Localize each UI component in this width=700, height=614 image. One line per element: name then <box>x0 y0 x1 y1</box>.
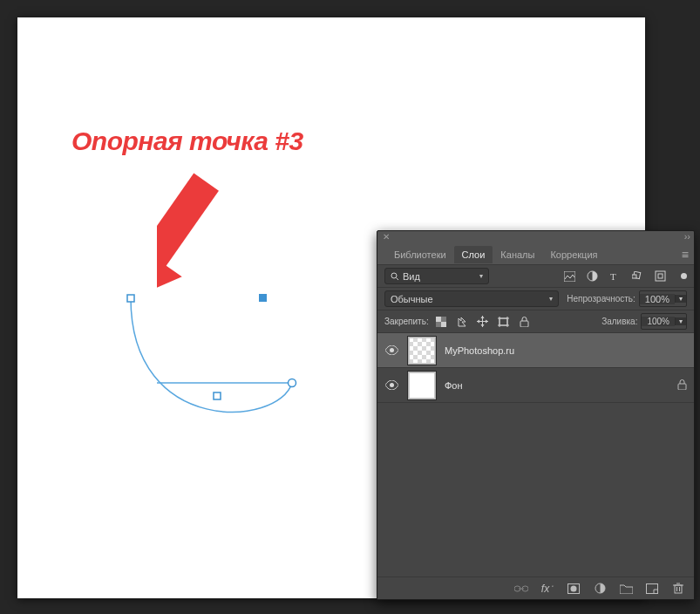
svg-line-4 <box>397 277 399 280</box>
direction-handle[interactable] <box>289 379 296 387</box>
lock-image-icon[interactable] <box>455 315 469 329</box>
filter-kind-select[interactable]: Вид ▾ <box>384 268 489 284</box>
opacity-label: Непрозрачность: <box>567 294 635 304</box>
filter-adjustment-icon[interactable] <box>585 269 599 283</box>
panel-tabs: Библиотеки Слои Каналы Коррекция ≡ <box>377 244 694 265</box>
layer-name[interactable]: Фон <box>445 380 463 391</box>
panel-topbar: ✕ ›› <box>377 231 694 244</box>
layer-row[interactable]: Фон <box>377 368 694 403</box>
svg-rect-30 <box>678 384 686 390</box>
visibility-toggle[interactable] <box>384 345 399 355</box>
svg-rect-12 <box>436 317 441 322</box>
lock-artboard-icon[interactable] <box>497 315 511 329</box>
svg-marker-20 <box>477 320 479 324</box>
layer-list: MyPhotoshop.ru Фон <box>377 333 694 576</box>
svg-rect-14 <box>441 317 446 322</box>
svg-point-28 <box>390 348 394 352</box>
chevron-down-icon: ▾ <box>675 317 686 325</box>
svg-point-35 <box>571 585 577 591</box>
lock-all-icon[interactable] <box>518 315 532 329</box>
tab-channels[interactable]: Каналы <box>493 246 542 263</box>
blend-mode-select[interactable]: Обычные ▾ <box>384 290 559 307</box>
tab-layers[interactable]: Слои <box>454 246 493 263</box>
panel-footer: fx˅ <box>377 576 694 599</box>
layer-fx-icon[interactable]: fx˅ <box>540 582 554 596</box>
layer-name[interactable]: MyPhotoshop.ru <box>445 345 514 356</box>
arrow-icon <box>157 157 314 331</box>
svg-rect-0 <box>157 174 219 269</box>
link-layers-icon[interactable] <box>514 582 528 596</box>
svg-rect-22 <box>500 318 507 325</box>
svg-rect-27 <box>520 321 528 327</box>
svg-point-29 <box>390 383 394 387</box>
svg-text:T: T <box>610 271 616 282</box>
lock-icon <box>677 379 687 392</box>
svg-marker-1 <box>157 236 182 323</box>
layer-thumbnail[interactable] <box>408 337 436 365</box>
svg-rect-38 <box>675 585 682 593</box>
panel-menu-icon[interactable]: ≡ <box>682 248 689 262</box>
anchor-point-1[interactable] <box>127 295 134 302</box>
filter-shape-icon[interactable] <box>630 269 644 283</box>
lock-position-icon[interactable] <box>476 315 490 329</box>
chevron-down-icon: ▾ <box>549 295 553 303</box>
anchor-point-2[interactable] <box>214 392 221 399</box>
svg-rect-9 <box>632 275 636 278</box>
svg-marker-21 <box>486 320 488 324</box>
opacity-value: 100% <box>640 294 675 304</box>
layer-thumbnail[interactable] <box>408 372 436 399</box>
tab-libraries[interactable]: Библиотеки <box>386 246 454 263</box>
anchor-point-3-selected[interactable] <box>259 294 267 302</box>
tab-adjustments[interactable]: Коррекция <box>542 246 605 263</box>
lock-transparency-icon[interactable] <box>434 315 448 329</box>
filter-type-icon[interactable]: T <box>608 269 622 283</box>
filter-smart-icon[interactable] <box>653 269 667 283</box>
blend-row: Обычные ▾ Непрозрачность: 100% ▾ <box>377 288 694 310</box>
svg-marker-19 <box>481 324 485 327</box>
svg-marker-18 <box>481 316 485 318</box>
delete-layer-icon[interactable] <box>671 582 685 596</box>
blend-mode-label: Обычные <box>391 294 433 304</box>
lock-row: Закрепить: Заливка: 100% ▾ <box>377 310 694 333</box>
svg-rect-11 <box>658 274 663 278</box>
annotation-label: Опорная точка #3 <box>71 126 303 156</box>
search-icon <box>391 272 399 281</box>
opacity-field[interactable]: 100% ▾ <box>639 290 687 307</box>
filter-pixel-icon[interactable] <box>562 269 576 283</box>
fill-value: 100% <box>642 317 675 326</box>
new-adjustment-layer-icon[interactable] <box>593 582 607 596</box>
lock-label: Закрепить: <box>384 317 429 326</box>
svg-rect-15 <box>436 322 441 327</box>
filter-toggle[interactable] <box>681 273 687 279</box>
filter-kind-label: Вид <box>403 271 420 282</box>
fill-field[interactable]: 100% ▾ <box>641 313 687 330</box>
new-group-icon[interactable] <box>619 582 633 596</box>
chevron-down-icon: ▾ <box>675 295 686 303</box>
visibility-toggle[interactable] <box>384 380 399 390</box>
layer-filter-row: Вид ▾ T <box>377 265 694 288</box>
chevron-down-icon: ▾ <box>479 272 483 280</box>
close-icon[interactable]: ✕ <box>383 232 390 242</box>
add-mask-icon[interactable] <box>567 582 581 596</box>
fill-label: Заливка: <box>601 317 637 326</box>
svg-point-3 <box>391 273 397 278</box>
svg-rect-10 <box>656 271 665 281</box>
svg-rect-13 <box>441 322 446 327</box>
collapse-icon[interactable]: ›› <box>684 231 690 242</box>
layers-panel: ✕ ›› Библиотеки Слои Каналы Коррекция ≡ … <box>377 230 695 600</box>
svg-rect-37 <box>647 583 658 593</box>
new-layer-icon[interactable] <box>645 582 659 596</box>
eye-icon <box>385 345 398 355</box>
eye-icon <box>385 380 398 390</box>
layer-row[interactable]: MyPhotoshop.ru <box>377 333 694 368</box>
